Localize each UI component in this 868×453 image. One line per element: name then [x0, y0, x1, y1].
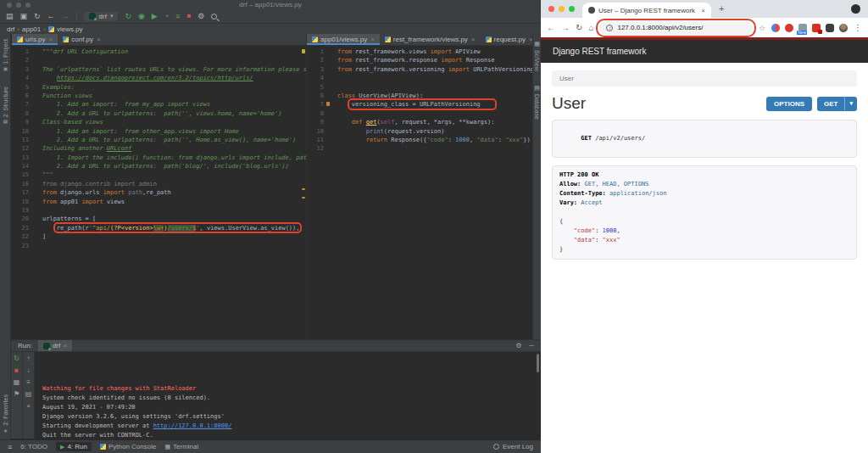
editor-tab[interactable]: app01/views.py× — [307, 34, 380, 45]
window-title: drf – app01/views.py — [0, 1, 541, 8]
editor-pane-views[interactable]: app01/views.py×rest_framework/views.py×r… — [307, 34, 538, 339]
profiler-icon[interactable]: ◔ — [164, 12, 169, 20]
left-editor-body[interactable]: 1234567891011121314151617181920212223 ""… — [12, 46, 306, 338]
down-stack-icon[interactable]: ↓ — [27, 366, 31, 374]
console-scrollbar[interactable] — [537, 354, 539, 372]
editor-tab[interactable]: request.py× — [481, 34, 538, 45]
statusbar-item[interactable]: ▦Terminal — [164, 443, 198, 450]
rerun-icon[interactable]: ↻ — [125, 12, 131, 20]
gutter-line: 23 — [12, 242, 36, 250]
close-icon[interactable]: × — [97, 36, 101, 43]
right-editor-code[interactable]: from rest_framework.views import APIView… — [331, 46, 538, 338]
close-icon[interactable]: × — [63, 342, 67, 350]
editor-tab[interactable]: conf.py× — [58, 34, 105, 45]
print-icon[interactable]: ▤ — [25, 390, 32, 398]
gutter-line: 2 — [307, 56, 331, 64]
back-icon[interactable]: ← — [47, 12, 55, 20]
line-number: 3 — [320, 66, 324, 73]
options-button[interactable]: OPTIONS — [766, 97, 812, 111]
forward-icon[interactable]: → — [62, 12, 70, 20]
get-split-button[interactable]: GET ▾ — [817, 97, 857, 111]
statusbar-item[interactable]: 6: TODO — [20, 443, 47, 450]
search-everywhere-icon[interactable] — [211, 14, 217, 20]
tool-windows-menu-icon[interactable]: ≡ — [8, 443, 12, 451]
statusbar-item[interactable]: ▶4: Run — [56, 442, 92, 451]
code-line — [337, 74, 538, 82]
extension-adblock-icon[interactable] — [785, 24, 793, 32]
drf-breadcrumb[interactable]: User — [552, 70, 857, 87]
statusbar-item[interactable]: Python Console — [100, 443, 156, 450]
save-all-icon[interactable]: ▣ — [20, 12, 28, 20]
breadcrumb-item[interactable]: drf — [7, 25, 14, 33]
reload-button[interactable]: ↻ — [576, 23, 582, 32]
pin-icon[interactable]: ⚑ — [14, 390, 19, 398]
gear-icon[interactable]: ⚙ — [515, 342, 521, 350]
up-stack-icon[interactable]: ↑ — [27, 355, 31, 362]
run-tab[interactable]: drf × — [38, 340, 72, 351]
extension-badge-4-icon[interactable] — [812, 24, 821, 32]
sidebar-tool-tab[interactable]: ▣1: Project — [3, 39, 8, 73]
breadcrumb-item[interactable]: app01 — [22, 25, 41, 33]
profile-avatar-icon[interactable] — [839, 24, 848, 32]
extension-red-blue-icon[interactable] — [771, 24, 780, 32]
open-folder-icon[interactable]: ▤ — [6, 12, 14, 20]
stop-icon[interactable]: ■ — [186, 12, 191, 20]
extensions-puzzle-icon[interactable] — [826, 24, 834, 32]
django-run-config-icon — [89, 13, 96, 20]
line-number: 11 — [317, 137, 324, 143]
sidebar-tool-tab[interactable]: ▦2: Structure — [3, 87, 8, 126]
right-editor-body[interactable]: 123456789101112 from rest_framework.view… — [307, 46, 538, 338]
run-configuration-select[interactable]: drf ▾ — [84, 12, 119, 21]
run-dashboard-icon[interactable]: ≡ — [175, 12, 180, 20]
kebab-menu-icon[interactable]: ⋮ — [854, 23, 862, 32]
sidebar-tool-tab-favorites[interactable]: ★2: Favorites — [3, 394, 8, 434]
new-tab-button[interactable]: + — [719, 3, 724, 14]
code-line: ] — [42, 232, 306, 241]
breadcrumb-item[interactable]: views.py — [57, 25, 83, 33]
macos-window-controls[interactable] — [548, 6, 575, 12]
editor-tab[interactable]: urls.py× — [12, 34, 58, 45]
editor-tab[interactable]: rest_framework/views.py× — [380, 34, 481, 45]
pycharm-window: drf – app01/views.py ▤▣↻←→ drf ▾ ↻◉▶◔≡■⚙… — [0, 0, 541, 453]
breadcrumb[interactable]: drf›app01›views.py — [0, 24, 541, 34]
debug-icon[interactable]: ◉ — [138, 12, 145, 20]
sidebar-tool-tab[interactable]: ▤Database — [534, 85, 541, 120]
wrench-icon[interactable]: ⚙ — [198, 12, 204, 20]
url-text[interactable]: 127.0.0.1:8000/api/v2/users/ — [617, 24, 703, 31]
sync-icon[interactable]: ↻ — [34, 12, 41, 20]
site-info-icon[interactable]: i — [606, 25, 613, 31]
forward-button[interactable]: → — [561, 23, 570, 32]
editor-pane-urls[interactable]: urls.py×conf.py× 12345678910111213141516… — [12, 34, 307, 339]
tab-close-icon[interactable]: × — [701, 7, 705, 14]
clear-icon[interactable]: × — [26, 402, 31, 410]
close-icon[interactable]: × — [370, 36, 375, 43]
get-button-label[interactable]: GET — [817, 97, 844, 111]
home-button[interactable]: ⌂ — [588, 23, 593, 32]
close-icon[interactable]: × — [471, 36, 476, 43]
extension-new-badge-icon[interactable] — [798, 24, 807, 32]
left-editor-tabs: urls.py×conf.py× — [12, 34, 306, 46]
line-number: 5 — [25, 84, 29, 91]
line-number: 23 — [22, 243, 29, 249]
close-icon[interactable]: × — [49, 36, 53, 43]
line-number: 6 — [25, 92, 29, 99]
sidebar-tool-tab[interactable]: ▦SciView — [534, 41, 541, 71]
stop-icon[interactable]: ■ — [14, 366, 19, 374]
drf-breadcrumb-label: User — [559, 75, 574, 82]
event-log-button[interactable]: Event Log — [493, 443, 533, 450]
bookmark-star-icon[interactable]: ☆ — [759, 24, 765, 32]
soft-wrap-icon[interactable]: ≡ — [26, 378, 31, 386]
back-button[interactable]: ← — [547, 23, 555, 32]
left-editor-code[interactable]: """drf URL ConfigurationThe `urlpatterns… — [36, 46, 306, 338]
browser-tab[interactable]: User – Django REST framework × — [582, 3, 711, 18]
minimize-icon[interactable]: ─ — [529, 342, 534, 350]
run-coverage-icon[interactable]: ▶ — [152, 12, 158, 20]
chevron-down-icon[interactable]: ▾ — [844, 97, 857, 110]
restore-layout-icon[interactable]: ▦ — [14, 378, 20, 386]
gutter-line: 6 — [12, 92, 36, 100]
drf-brand[interactable]: Django REST framework — [553, 47, 646, 56]
tab-overview-icon[interactable] — [851, 4, 860, 14]
run-console[interactable]: Watching for file changes with StatReloa… — [35, 352, 541, 439]
rerun-icon[interactable]: ↻ — [14, 355, 19, 362]
address-bar[interactable]: i 127.0.0.1:8000/api/v2/users/ — [599, 21, 752, 35]
